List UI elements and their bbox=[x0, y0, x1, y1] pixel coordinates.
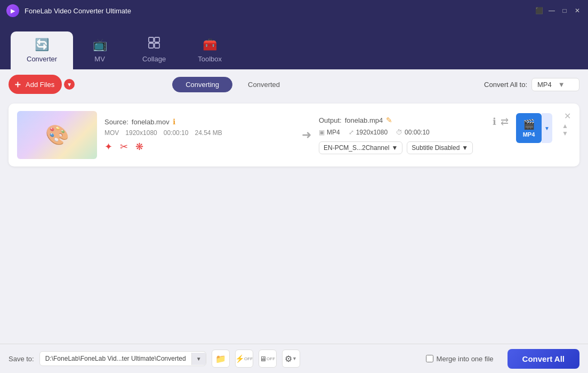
tab-toolbox[interactable]: 🧰 Toolbox bbox=[182, 31, 238, 69]
output-resolution-prop: ⤢ 1920x1080 bbox=[349, 129, 388, 136]
thumb-decoration: 🎨 bbox=[45, 124, 69, 146]
minimize-button[interactable]: — bbox=[547, 6, 556, 15]
item-controls: ✕ ▲ ▼ bbox=[560, 111, 571, 137]
window-controls: ⬛ — □ ✕ bbox=[535, 6, 582, 15]
output-duration-prop: ⏱ 00:00:10 bbox=[396, 129, 430, 136]
format-select-dropdown[interactable]: MP4 ▼ bbox=[531, 78, 579, 91]
collage-icon bbox=[148, 37, 160, 52]
format-badge-arrow[interactable]: ▼ bbox=[542, 113, 552, 143]
output-meta: Output: fonelab.mp4 ✎ ℹ ⇄ ▣ MP4 bbox=[319, 116, 509, 154]
audio-track-dropdown[interactable]: EN-PCM_S...2Channel ▼ bbox=[319, 141, 402, 154]
output-dropdowns: EN-PCM_S...2Channel ▼ Subtitle Disabled … bbox=[319, 141, 509, 154]
tab-pills: Converting Converted bbox=[172, 77, 293, 92]
app-icon: ▶ bbox=[6, 4, 19, 17]
main-content: ＋ Add Files ▼ Converting Converted Conve… bbox=[0, 69, 588, 344]
audio-chevron-icon: ▼ bbox=[391, 144, 398, 152]
subtitle-value: Subtitle Disabled bbox=[412, 144, 460, 152]
file-source-row: Source: fonelab.mov ℹ bbox=[104, 117, 294, 126]
audio-track-value: EN-PCM_S...2Channel bbox=[324, 144, 389, 152]
file-meta: Source: fonelab.mov ℹ MOV 1920x1080 00:0… bbox=[104, 117, 294, 153]
arrow-up-icon[interactable]: ▲ bbox=[562, 122, 568, 130]
toolbox-icon: 🧰 bbox=[203, 38, 217, 52]
boost-button[interactable]: ⚡ OFF bbox=[235, 350, 253, 368]
caption-icon[interactable]: ⬛ bbox=[535, 6, 543, 15]
gear-icon: ⚙ bbox=[285, 354, 292, 364]
enhance-icon[interactable]: ✦ bbox=[104, 141, 112, 153]
nav-tabs: 🔄 Converter 📺 MV Collage 🧰 Toolbox bbox=[0, 21, 588, 69]
resolution-icon: ⤢ bbox=[349, 129, 354, 136]
maximize-button[interactable]: □ bbox=[560, 6, 569, 15]
info-icon[interactable]: ℹ bbox=[173, 117, 175, 126]
convert-all-to-label: Convert All to: bbox=[484, 81, 527, 89]
settings-button[interactable]: ⚙ ▼ bbox=[282, 350, 300, 368]
output-top-row: Output: fonelab.mp4 ✎ ℹ ⇄ bbox=[319, 116, 509, 129]
output-props: ▣ MP4 ⤢ 1920x1080 ⏱ 00:00:10 bbox=[319, 129, 509, 136]
tab-mv-label: MV bbox=[94, 55, 105, 63]
output-swap-icon[interactable]: ⇄ bbox=[501, 116, 509, 128]
svg-rect-1 bbox=[155, 37, 159, 42]
file-list: 🎨 Source: fonelab.mov ℹ MOV 1920x1080 00… bbox=[0, 99, 588, 344]
output-format-icon: ▣ bbox=[319, 129, 325, 136]
item-order-arrows[interactable]: ▲ ▼ bbox=[562, 122, 568, 137]
hardware-button[interactable]: 🖥 OFF bbox=[259, 350, 277, 368]
file-resolution: 1920x1080 bbox=[125, 129, 157, 137]
convert-all-to: Convert All to: MP4 ▼ bbox=[484, 78, 579, 91]
output-format-prop: ▣ MP4 bbox=[319, 129, 340, 136]
file-format: MOV bbox=[104, 129, 119, 137]
close-button[interactable]: ✕ bbox=[573, 6, 582, 15]
converted-pill[interactable]: Converted bbox=[235, 77, 293, 92]
file-size: 24.54 MB bbox=[195, 129, 222, 137]
arrow-down-icon[interactable]: ▼ bbox=[562, 130, 568, 137]
add-files-dropdown-button[interactable]: ▼ bbox=[64, 79, 75, 90]
file-duration: 00:00:10 bbox=[164, 129, 189, 137]
tab-collage[interactable]: Collage bbox=[126, 30, 182, 69]
save-path-text: D:\FoneLab\FoneLab Vid...ter Ultimate\Co… bbox=[40, 352, 191, 366]
edit-icon[interactable]: ✎ bbox=[386, 116, 392, 124]
effects-icon[interactable]: ❋ bbox=[135, 141, 143, 153]
item-close-button[interactable]: ✕ bbox=[564, 111, 571, 121]
add-files-button[interactable]: ＋ Add Files bbox=[9, 75, 62, 94]
format-badge-icon: 🎬 bbox=[523, 118, 535, 130]
output-filename: fonelab.mp4 bbox=[345, 116, 383, 124]
title-bar: ▶ FoneLab Video Converter Ultimate ⬛ — □… bbox=[0, 0, 588, 21]
tab-toolbox-label: Toolbox bbox=[198, 55, 222, 63]
format-badge-container: 🎬 MP4 ▼ bbox=[516, 113, 552, 143]
folder-browse-button[interactable]: 📁 bbox=[212, 350, 230, 368]
output-label: Output: bbox=[319, 116, 342, 124]
plus-icon: ＋ bbox=[13, 78, 22, 91]
output-action-icons: ℹ ⇄ bbox=[493, 116, 509, 128]
save-to-label: Save to: bbox=[9, 355, 34, 363]
converting-pill[interactable]: Converting bbox=[172, 77, 232, 92]
bottom-bar: Save to: D:\FoneLab\FoneLab Vid...ter Ul… bbox=[0, 344, 588, 373]
output-duration-value: 00:00:10 bbox=[405, 129, 430, 136]
save-path-container: D:\FoneLab\FoneLab Vid...ter Ultimate\Co… bbox=[39, 351, 206, 366]
svg-rect-2 bbox=[149, 43, 154, 48]
cut-icon[interactable]: ✂ bbox=[120, 141, 128, 153]
source-label: Source: bbox=[104, 118, 128, 126]
subtitle-dropdown[interactable]: Subtitle Disabled ▼ bbox=[407, 141, 473, 154]
output-format-value: MP4 bbox=[327, 129, 340, 136]
save-path-dropdown[interactable]: ▼ bbox=[191, 353, 206, 365]
svg-rect-3 bbox=[155, 43, 159, 48]
tab-mv[interactable]: 📺 MV bbox=[73, 31, 126, 69]
add-files-label: Add Files bbox=[26, 81, 54, 89]
format-chevron-icon: ▼ bbox=[558, 81, 565, 89]
file-item: 🎨 Source: fonelab.mov ℹ MOV 1920x1080 00… bbox=[9, 104, 579, 166]
convert-arrow-icon: ➜ bbox=[302, 128, 311, 142]
output-source-row: Output: fonelab.mp4 ✎ bbox=[319, 116, 392, 124]
hw-icon: 🖥 bbox=[260, 355, 267, 363]
tab-converter[interactable]: 🔄 Converter bbox=[11, 31, 73, 69]
boost-icon: ⚡ bbox=[235, 354, 244, 363]
output-resolution-value: 1920x1080 bbox=[356, 129, 388, 136]
merge-checkbox-container: Merge into one file bbox=[426, 355, 494, 363]
output-info-icon[interactable]: ℹ bbox=[493, 116, 496, 128]
converter-icon: 🔄 bbox=[35, 38, 49, 52]
convert-all-button[interactable]: Convert All bbox=[508, 349, 579, 369]
merge-label[interactable]: Merge into one file bbox=[437, 355, 494, 363]
svg-rect-0 bbox=[149, 37, 154, 42]
file-actions: ✦ ✂ ❋ bbox=[104, 141, 294, 153]
clock-icon: ⏱ bbox=[396, 129, 402, 136]
merge-checkbox[interactable] bbox=[426, 355, 433, 362]
tab-converter-label: Converter bbox=[27, 55, 57, 63]
format-badge[interactable]: 🎬 MP4 bbox=[516, 113, 542, 143]
